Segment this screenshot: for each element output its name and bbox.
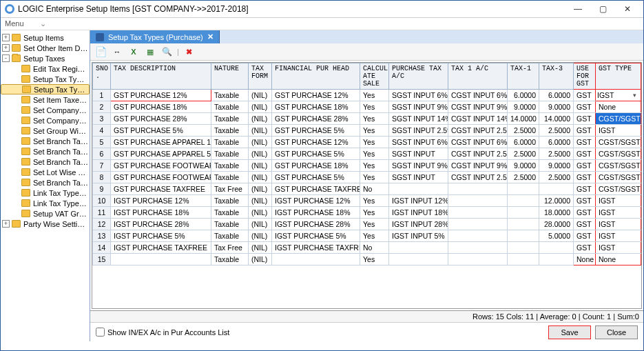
cell[interactable]: (NIL) — [249, 230, 272, 242]
cell[interactable]: Taxable — [211, 172, 249, 183]
cell[interactable]: 14.0000 — [508, 113, 539, 125]
cell[interactable]: CGST INPUT 6% — [448, 90, 508, 101]
cell[interactable]: (NIL) — [249, 125, 272, 137]
sidebar-item-14[interactable]: Set Branch Tax Group Wise Lot Ta... — [1, 177, 90, 188]
cell[interactable] — [389, 254, 448, 265]
table-row[interactable]: 9GST PURCHASE TAXFREETax Free(NIL)GST PU… — [93, 183, 641, 195]
cell[interactable]: IGST PURCHASE 5% — [272, 230, 360, 242]
cell[interactable]: No — [360, 242, 389, 254]
cell[interactable]: GST PURCHASE FOOTWEAR 18% — [111, 160, 211, 172]
sidebar-item-7[interactable]: Set Company Taxes - Grid Mode — [1, 105, 90, 115]
sidebar-item-17[interactable]: Setup VAT Groups — [1, 208, 90, 219]
table-row[interactable]: 6GST PURCHASE APPAREL 5%Taxable(NIL)GST … — [93, 148, 641, 160]
cell[interactable]: GST PURCHASE 28% — [272, 113, 360, 125]
cell[interactable]: Yes — [360, 125, 389, 137]
cell[interactable]: SGST INPUT 6% — [389, 90, 448, 101]
sidebar-item-6[interactable]: Set Item Taxes - Grid Mode — [1, 94, 90, 105]
cell[interactable] — [448, 183, 508, 195]
cell[interactable]: CGST INPUT 6% — [448, 137, 508, 148]
maximize-button[interactable]: ▢ — [591, 3, 614, 15]
chevron-down-icon[interactable]: ▾ — [630, 92, 639, 99]
gst-type-cell[interactable]: IGST — [596, 219, 641, 230]
gst-type-cell[interactable]: CGST/SGST — [596, 160, 641, 172]
sidebar-item-13[interactable]: Set Lot Wise Taxes for Sale — [1, 167, 90, 177]
cell[interactable]: GST — [574, 183, 596, 195]
cell[interactable]: Taxable — [211, 160, 249, 172]
cell[interactable]: GST PURCHASE 18% — [111, 101, 211, 113]
tax-types-grid[interactable]: SNO .TAX DESCRIPTIONNATURETAX FORMFINANC… — [92, 63, 641, 265]
sidebar-item-0[interactable]: +Setup Items — [1, 32, 90, 43]
sidebar-item-9[interactable]: Set Group Wise Taxes — [1, 126, 90, 136]
cell[interactable]: 3 — [93, 113, 111, 125]
table-row[interactable]: 13IGST PURCHASE 5%Taxable(NIL)IGST PURCH… — [93, 230, 641, 242]
cell[interactable]: CGST INPUT 2.5% — [448, 125, 508, 137]
cell[interactable]: GST PURCHASE FOOTWEAR 5% — [111, 172, 211, 183]
cell[interactable]: 2.5000 — [539, 172, 574, 183]
menu-dropdown-icon[interactable]: ⌄ — [40, 19, 46, 28]
cell[interactable]: No — [360, 183, 389, 195]
cell[interactable]: SGST INPUT 2.5% — [389, 125, 448, 137]
cell[interactable]: GST — [574, 242, 596, 254]
cell[interactable]: CGST INPUT 9% — [448, 101, 508, 113]
cell[interactable]: Yes — [360, 172, 389, 183]
cell[interactable]: 8 — [93, 172, 111, 183]
sidebar-item-3[interactable]: Edit Tax Regions — [1, 63, 90, 74]
cell[interactable]: 28.0000 — [539, 219, 574, 230]
cell[interactable]: CGST INPUT 2.5% — [448, 172, 508, 183]
cell[interactable]: Yes — [360, 230, 389, 242]
cell[interactable]: GST PURCHASE 12% — [111, 90, 211, 101]
cell[interactable]: IGST PURCHASE 18% — [272, 207, 360, 219]
cell[interactable] — [448, 254, 508, 265]
cell[interactable] — [272, 254, 360, 265]
cell[interactable]: Taxable — [211, 113, 249, 125]
cell[interactable]: 5 — [93, 137, 111, 148]
table-row[interactable]: 15Taxable(NIL)YesNoneNone — [93, 254, 641, 265]
cell[interactable]: IGST PURCHASE 28% — [111, 219, 211, 230]
cell[interactable]: GST — [574, 113, 596, 125]
autowidth-button[interactable]: ↔ — [111, 46, 123, 58]
cell[interactable]: 1 — [93, 90, 111, 101]
cell[interactable]: CGST INPUT 14% — [448, 113, 508, 125]
sidebar-item-15[interactable]: Link Tax Types(Rate Basis) - Sale — [1, 188, 90, 198]
cell[interactable]: 12 — [93, 219, 111, 230]
cell[interactable]: 14.0000 — [539, 113, 574, 125]
cell[interactable]: 9 — [93, 183, 111, 195]
cell[interactable]: GST — [574, 137, 596, 148]
cell[interactable]: GST PURCHASE APPAREL 12% — [111, 137, 211, 148]
cell[interactable]: 7 — [93, 160, 111, 172]
export-grid-button[interactable]: ▦ — [144, 46, 156, 58]
sidebar-item-2[interactable]: -Setup Taxes — [1, 53, 90, 63]
cell[interactable]: GST PURCHASE 5% — [272, 148, 360, 160]
gst-type-cell[interactable]: IGST — [596, 207, 641, 219]
cell[interactable]: Yes — [360, 137, 389, 148]
show-inex-checkbox[interactable] — [96, 328, 105, 337]
col-header-4[interactable]: FINANCIAL PUR HEAD — [272, 63, 360, 90]
refresh-button[interactable]: 📄 — [94, 46, 107, 58]
cell[interactable]: 6.0000 — [539, 137, 574, 148]
table-row[interactable]: 8GST PURCHASE FOOTWEAR 5%Taxable(NIL)GST… — [93, 172, 641, 183]
table-row[interactable]: 7GST PURCHASE FOOTWEAR 18%Taxable(NIL)GS… — [93, 160, 641, 172]
table-row[interactable]: 14IGST PURCHASE TAXFREETax Free(NIL)IGST… — [93, 242, 641, 254]
cell[interactable]: IGST INPUT 5% — [389, 230, 448, 242]
table-row[interactable]: 4GST PURCHASE 5%Taxable(NIL)GST PURCHASE… — [93, 125, 641, 137]
cell[interactable]: CGST INPUT 9% — [448, 160, 508, 172]
col-header-3[interactable]: TAX FORM — [249, 63, 272, 90]
cell[interactable] — [508, 219, 539, 230]
gst-type-dropdown[interactable]: IGSTNoneCGST/SGSTIGST — [596, 101, 641, 101]
cell[interactable]: Yes — [360, 195, 389, 207]
close-button[interactable]: Close — [595, 325, 638, 339]
cell[interactable]: (NIL) — [249, 101, 272, 113]
cell[interactable]: Yes — [360, 90, 389, 101]
cell[interactable]: GST — [574, 207, 596, 219]
cell[interactable]: 15 — [93, 254, 111, 265]
col-header-6[interactable]: PURCHASE TAX A/C — [389, 63, 448, 90]
gst-type-cell[interactable]: None — [596, 101, 641, 113]
table-row[interactable]: 12IGST PURCHASE 28%Taxable(NIL)IGST PURC… — [93, 219, 641, 230]
cell[interactable]: 11 — [93, 207, 111, 219]
cell[interactable]: 2.5000 — [508, 125, 539, 137]
cell[interactable]: (NIL) — [249, 137, 272, 148]
cell[interactable]: (NIL) — [249, 242, 272, 254]
cell[interactable] — [508, 242, 539, 254]
gst-type-cell[interactable]: CGST/SGST — [596, 137, 641, 148]
cell[interactable]: IGST PURCHASE 28% — [272, 219, 360, 230]
